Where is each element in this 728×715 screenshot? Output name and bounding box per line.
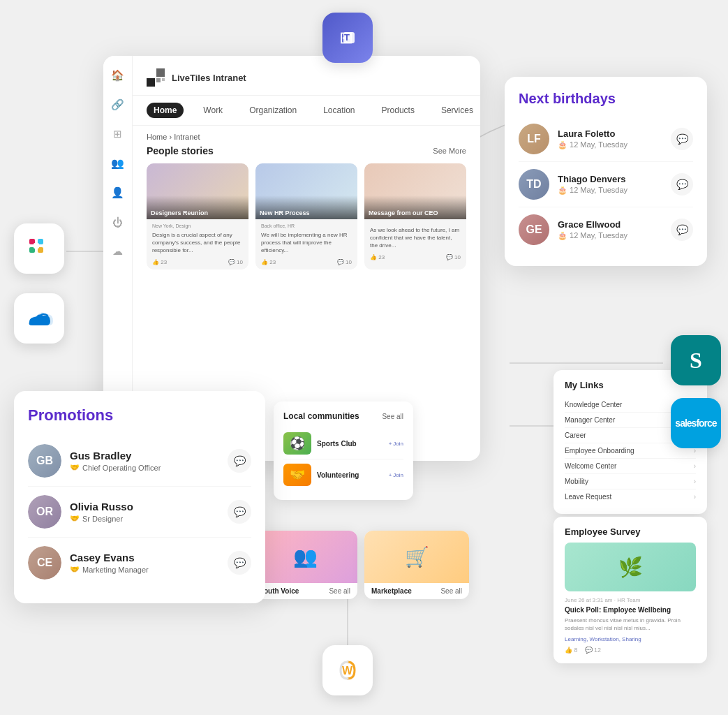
birthday-date-laura: 🎂 12 May, Tuesday [558, 140, 662, 149]
tile-see-all-market[interactable]: See all [440, 587, 462, 595]
story-title-1: New HR Process [260, 209, 353, 216]
svg-point-9 [38, 239, 43, 244]
message-casey-button[interactable]: 💬 [228, 551, 251, 575]
sidebar-grid-icon[interactable]: ⊞ [111, 127, 125, 141]
nav-location[interactable]: Location [316, 103, 362, 118]
survey-panel: Employee Survey 🌿 June 26 at 3:31 am · H… [554, 517, 707, 663]
message-gus-button[interactable]: 💬 [228, 449, 251, 473]
community-item-1: 🤝 Volunteering + Join [283, 459, 403, 490]
logo-name: LiveTiles Intranet [172, 73, 246, 84]
svg-rect-14 [156, 68, 165, 77]
link-item-5[interactable]: Mobility › [565, 474, 696, 489]
avatar-initials-grace: GE [519, 214, 549, 245]
svg-rect-16 [162, 78, 165, 81]
avatar-laura: LF [519, 124, 549, 154]
nav-work[interactable]: Work [196, 103, 230, 118]
sidebar-people-icon[interactable]: 👥 [111, 156, 125, 170]
link-label-4: Welcome Center [565, 462, 616, 470]
communities-header: Local communities See all [283, 411, 403, 421]
nav-home[interactable]: Home [147, 103, 184, 118]
promo-name-casey: Casey Evans [70, 552, 219, 563]
message-grace-button[interactable]: 💬 [671, 219, 693, 241]
svg-rect-13 [147, 78, 155, 87]
link-label-5: Mobility [565, 478, 588, 485]
birthday-date-grace: 🎂 12 May, Tuesday [558, 231, 662, 240]
intranet-header: LiveTiles Intranet [133, 56, 480, 96]
sidebar-cloud-icon[interactable]: ☁ [111, 244, 125, 258]
story-footer-2: 👍 23 💬 10 [370, 254, 461, 260]
sidebar-person-icon[interactable]: 👤 [111, 186, 125, 200]
nav-services[interactable]: Services [434, 103, 480, 118]
promo-initials-gus: GB [28, 444, 61, 478]
survey-meta: June 26 at 3:31 am · HR Team [565, 597, 696, 603]
survey-title: Employee Survey [565, 526, 696, 537]
promo-initials-olivia: OR [28, 495, 61, 529]
survey-image: 🌿 [565, 543, 696, 591]
link-item-6[interactable]: Leave Request › [565, 489, 696, 504]
birthday-item-1: TD Thiago Denvers 🎂 12 May, Tuesday 💬 [519, 162, 693, 207]
promo-info-gus: Gus Bradley 🤝 Chief Operating Officer [70, 450, 219, 472]
nav-products[interactable]: Products [375, 103, 422, 118]
survey-likes: 👍 8 [565, 647, 578, 654]
link-label-1: Manager Center [565, 416, 615, 424]
tile-label-market: Marketplace [371, 587, 412, 595]
workday-icon: W [322, 645, 373, 695]
link-item-4[interactable]: Welcome Center › [565, 459, 696, 474]
svg-point-10 [30, 248, 34, 252]
community-img-volunteering: 🤝 [283, 464, 311, 486]
svg-point-8 [30, 239, 34, 244]
story-footer-0: 👍 23 💬 10 [152, 259, 243, 265]
nav-organization[interactable]: Organization [242, 103, 304, 118]
tile-marketplace[interactable]: 🛒 Marketplace See all [364, 531, 469, 599]
promo-emoji-olivia: 🤝 [70, 514, 80, 523]
message-laura-button[interactable]: 💬 [671, 128, 693, 150]
tile-see-all-youth[interactable]: See all [329, 587, 350, 595]
onedrive-icon [14, 293, 64, 344]
see-more-button[interactable]: See More [433, 147, 466, 155]
livetiles-logo: LiveTiles Intranet [147, 68, 246, 88]
communities-title: Local communities [283, 411, 359, 421]
promo-role-gus: 🤝 Chief Operating Officer [70, 463, 219, 472]
story-card-1[interactable]: New HR Process Back office, HR We will b… [255, 163, 357, 270]
story-body-1: Back office, HR We will be implementing … [255, 219, 357, 270]
birthdays-panel: Next birthdays LF Laura Foletto 🎂 12 May… [505, 77, 707, 266]
cake-icon-laura: 🎂 [558, 140, 567, 149]
tile-img-market: 🛒 [364, 531, 469, 583]
promo-avatar-olivia: OR [28, 495, 61, 529]
tile-img-youth: 👥 [253, 531, 357, 583]
communities-panel: Local communities See all ⚽ Sports Club … [274, 401, 413, 500]
promo-avatar-gus: GB [28, 444, 61, 478]
birthday-info-laura: Laura Foletto 🎂 12 May, Tuesday [558, 128, 662, 149]
join-volunteering-button[interactable]: + Join [389, 472, 403, 478]
birthday-name-laura: Laura Foletto [558, 128, 662, 139]
message-olivia-button[interactable]: 💬 [228, 500, 251, 524]
communities-see-all[interactable]: See all [382, 413, 403, 420]
story-title-2: Message from our CEO [369, 209, 462, 216]
sidebar-link-icon[interactable]: 🔗 [111, 98, 125, 112]
cake-icon-grace: 🎂 [558, 231, 567, 239]
people-stories-section: People stories See More Designers Reunio… [133, 145, 480, 277]
promotions-title: Promotions [28, 406, 251, 425]
promo-role-olivia: 🤝 Sr Designer [70, 514, 219, 523]
tile-youth-voice[interactable]: 👥 Youth Voice See all [253, 531, 357, 599]
promo-emoji-gus: 🤝 [70, 463, 80, 472]
svg-rect-15 [156, 78, 161, 82]
community-img-sports: ⚽ [283, 432, 311, 455]
sidebar-power-icon[interactable]: ⏻ [111, 215, 125, 229]
community-name-sports: Sports Club [317, 440, 383, 448]
story-body-0: New York, Design Design is a crucial asp… [147, 219, 248, 270]
story-card-0[interactable]: Designers Reunion New York, Design Desig… [147, 163, 248, 270]
promo-emoji-casey: 🤝 [70, 565, 80, 574]
sidebar-home-icon[interactable]: 🏠 [111, 68, 125, 82]
slack-icon [14, 223, 64, 274]
tile-label-youth: Youth Voice [260, 587, 299, 595]
message-thiago-button[interactable]: 💬 [671, 173, 693, 196]
tile-footer-market: Marketplace See all [364, 583, 469, 599]
story-card-2[interactable]: Message from our CEO As we look ahead to… [364, 163, 466, 270]
promotions-panel: Promotions GB Gus Bradley 🤝 Chief Operat… [14, 391, 265, 603]
join-sports-button[interactable]: + Join [389, 441, 403, 447]
intranet-main: LiveTiles Intranet Home Work Organizatio… [133, 56, 480, 277]
birthdays-title: Next birthdays [519, 91, 693, 107]
svg-rect-7 [34, 243, 39, 249]
birthday-info-grace: Grace Ellwood 🎂 12 May, Tuesday [558, 219, 662, 240]
